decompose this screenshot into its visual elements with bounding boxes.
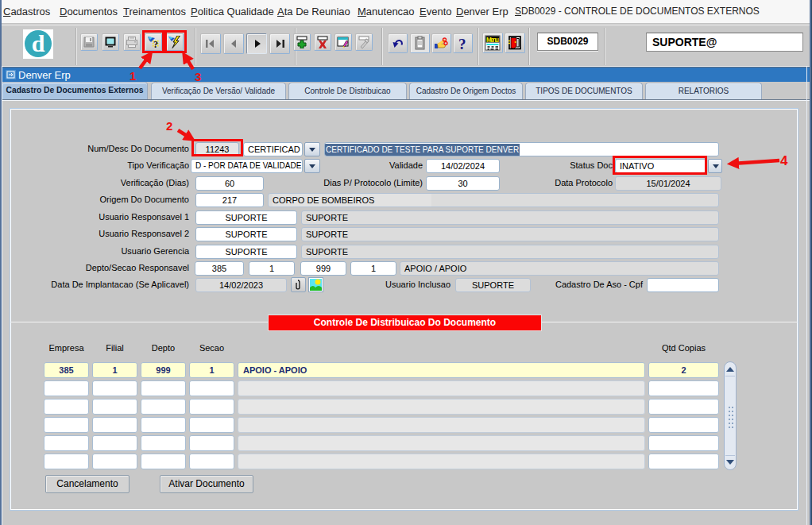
svg-text:Menu: Menu: [486, 37, 499, 44]
svg-text:?: ?: [458, 36, 466, 51]
